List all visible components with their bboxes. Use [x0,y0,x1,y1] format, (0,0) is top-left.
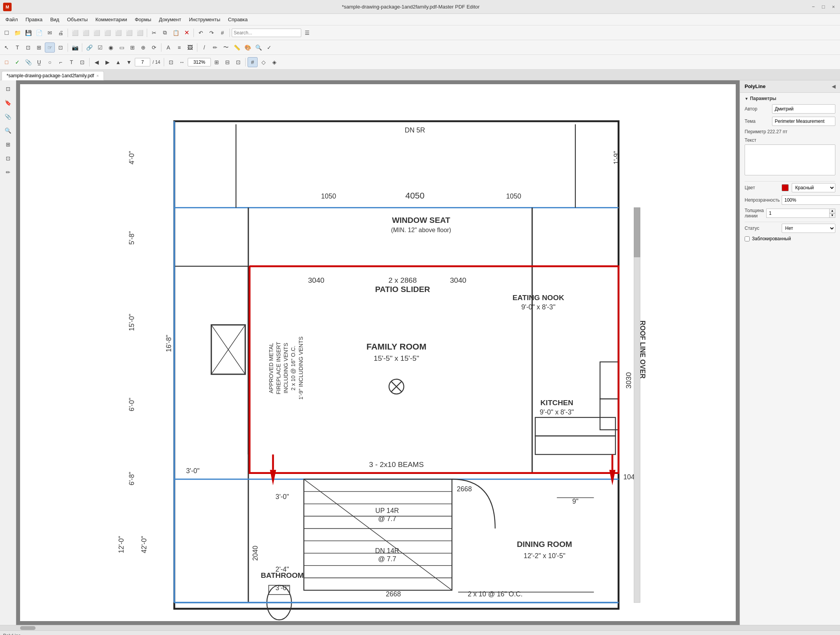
menu-comments[interactable]: Комментарии [92,15,131,24]
copy-button[interactable]: ⧉ [160,28,170,38]
email-button[interactable]: ✉ [45,28,55,38]
prev-btn[interactable]: ◀ [92,57,102,67]
text-block[interactable]: ⊡ [77,57,87,67]
plus-tool[interactable]: ⊞ [127,42,137,53]
maximize-button[interactable]: □ [820,3,827,10]
scrollbar-thumb[interactable] [20,626,36,630]
radio-tool[interactable]: ◉ [106,42,116,53]
tab-close-button[interactable]: × [97,73,99,78]
spin-tool[interactable]: ⟳ [149,42,159,53]
text-textarea[interactable] [745,144,835,175]
new-button[interactable]: ☐ [2,28,12,38]
sidebar-bookmarks[interactable]: 🔖 [2,97,14,109]
horizontal-scrollbar[interactable] [0,625,840,630]
attach-tool[interactable]: 📎 [23,57,33,67]
redo-button[interactable]: ↷ [207,28,217,38]
text-btn[interactable]: A [163,42,173,53]
sidebar-fields[interactable]: ⊡ [2,152,14,165]
up-btn[interactable]: ▲ [113,57,123,67]
page-number-input[interactable] [135,58,150,66]
menu-objects[interactable]: Объекты [63,15,92,24]
table-tool[interactable]: ⊞ [34,42,44,53]
measurement-tool[interactable]: 📏 [232,42,242,53]
circle-tool[interactable]: ⊕ [138,42,148,53]
shape-tool[interactable]: ○ [45,57,55,67]
image-tool[interactable]: 🖼 [185,42,195,53]
checkbox-tool[interactable]: ☑ [95,42,105,53]
open-button[interactable]: 📁 [12,28,22,38]
ruler-btn[interactable]: # [248,57,258,67]
color-select[interactable]: Красный Синий Зеленый Черный [792,183,835,192]
fit-width[interactable]: ↔ [177,57,187,67]
menu-document[interactable]: Документ [155,15,185,24]
menu-help[interactable]: Справка [224,15,251,24]
next-btn[interactable]: ▶ [102,57,112,67]
fit-page[interactable]: ⊡ [166,57,176,67]
cut-button[interactable]: ✂ [149,28,159,38]
btn-e[interactable]: ⬜ [113,28,123,38]
text-insert[interactable]: T [66,57,76,67]
btn-d[interactable]: ⬜ [102,28,112,38]
check-mark[interactable]: ✓ [12,57,22,67]
annotation-tool[interactable]: ☞ [45,42,55,53]
linewidth-up-button[interactable]: ▲ [829,209,835,213]
crop-tool[interactable]: ⊡ [56,42,66,53]
zoom-select[interactable]: ⊡ [233,57,243,67]
menu-view[interactable]: Вид [46,15,63,24]
snap2-btn[interactable]: ◈ [269,57,279,67]
linewidth-input[interactable] [766,209,829,218]
subject-input[interactable] [772,117,835,126]
cursor-tool[interactable]: ↖ [2,42,12,53]
status-select[interactable]: Нет Принято Отменено [782,224,835,233]
grid-button[interactable]: # [217,28,227,38]
btn-a[interactable]: ⬜ [70,28,80,38]
btn-g[interactable]: ⬜ [135,28,145,38]
check-tool[interactable]: ✓ [264,42,274,53]
undo-button[interactable]: ↶ [196,28,206,38]
sidebar-search[interactable]: 🔍 [2,124,14,137]
down-btn[interactable]: ▼ [124,57,134,67]
paintbucket[interactable]: 🎨 [243,42,253,53]
menu-tools[interactable]: Инструменты [185,15,224,24]
sidebar-attachments[interactable]: 📎 [2,110,14,123]
rect-tool[interactable]: ⌐ [56,57,66,67]
delete-button[interactable]: ✕ [182,28,192,38]
select-tool[interactable]: ⊡ [23,42,33,53]
sidebar-thumbnail[interactable]: ⊡ [2,83,14,95]
panel-collapse-button[interactable]: ◀ [832,84,835,89]
line-tool[interactable]: / [199,42,209,53]
btn-b[interactable]: ⬜ [81,28,91,38]
sidebar-annotations[interactable]: ✏ [2,166,14,178]
sticky-note[interactable]: □ [2,57,12,67]
paste-button[interactable]: 📋 [171,28,181,38]
underline-tool[interactable]: U̲ [34,57,44,67]
zoom-out[interactable]: ⊟ [222,57,232,67]
linewidth-down-button[interactable]: ▼ [829,213,835,218]
zoom-in[interactable]: ⊞ [212,57,222,67]
pen-tool[interactable]: ✏ [210,42,220,53]
close-button[interactable]: × [830,3,837,10]
save-button[interactable]: 💾 [23,28,33,38]
link-tool[interactable]: 🔗 [84,42,94,53]
zoom-tool[interactable]: 🔍 [253,42,263,53]
curve-tool[interactable]: 〜 [221,42,231,53]
btn-f[interactable]: ⬜ [124,28,134,38]
print-button[interactable]: 🖨 [56,28,66,38]
menu-edit[interactable]: Правка [22,15,46,24]
locked-checkbox[interactable] [745,236,750,241]
text-tool[interactable]: T [12,42,22,53]
opacity-input[interactable] [782,195,840,205]
menu-forms[interactable]: Формы [131,15,155,24]
btn-c[interactable]: ⬜ [92,28,102,38]
snapshot-tool[interactable]: 📷 [70,42,80,53]
menu-button[interactable]: ☰ [302,28,312,38]
search-input[interactable] [232,29,301,37]
snap-btn[interactable]: ◇ [258,57,268,67]
zoom-input[interactable]: 312% [188,58,211,66]
field-tool[interactable]: ▭ [117,42,127,53]
menu-file[interactable]: Файл [2,15,22,24]
text-flow[interactable]: ≡ [174,42,184,53]
save-as-button[interactable]: 📄 [34,28,44,38]
author-input[interactable] [772,104,835,114]
canvas-area[interactable]: 4'-0" 5'-8" 15'-0" 6'-0" 6'-8" 12'-0" 42… [16,80,740,625]
